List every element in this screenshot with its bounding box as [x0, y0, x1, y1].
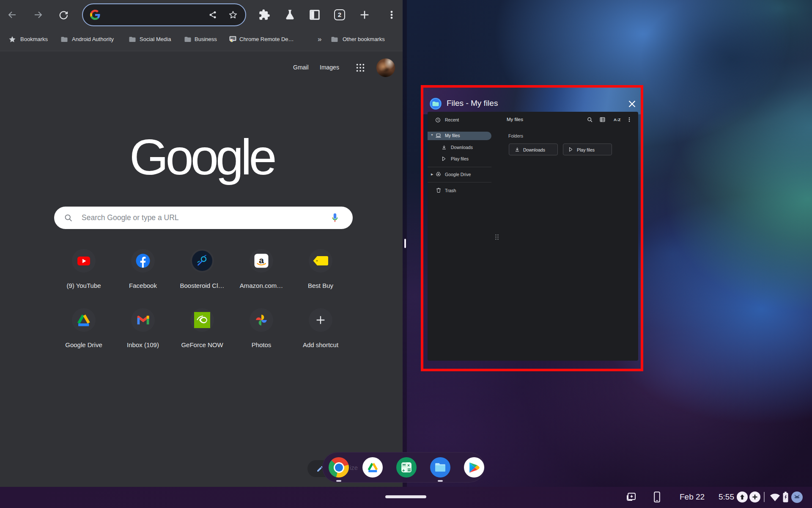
- svg-text:a: a: [259, 255, 264, 265]
